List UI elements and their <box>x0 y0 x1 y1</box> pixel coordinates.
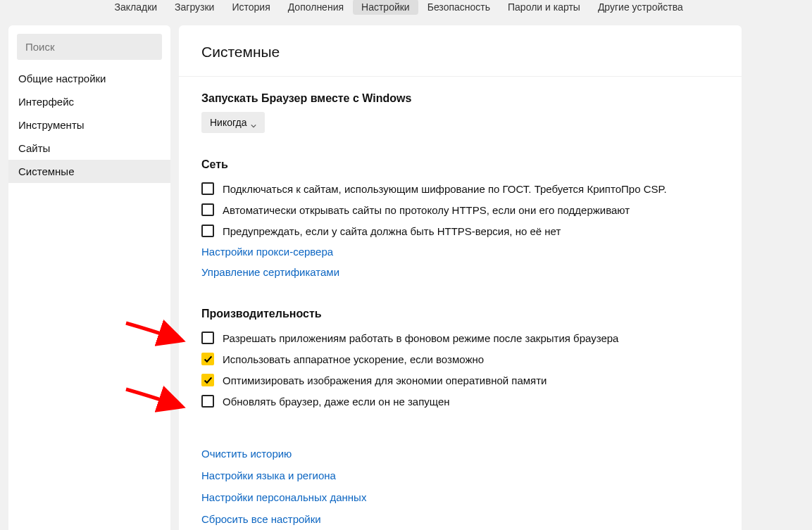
checkbox-label: Автоматически открывать сайты по протоко… <box>223 204 630 216</box>
link-lang-region[interactable]: Настройки языка и региона <box>201 465 336 486</box>
checkbox-label: Разрешать приложениям работать в фоновом… <box>223 332 618 344</box>
check-row: Подключаться к сайтам, использующим шифр… <box>201 178 719 199</box>
performance-section: Производительность Разрешать приложениям… <box>201 308 719 412</box>
link-certs[interactable]: Управление сертификатами <box>201 262 339 282</box>
network-section: Сеть Подключаться к сайтам, использующим… <box>201 158 719 282</box>
sidebar-item-system[interactable]: Системные <box>8 160 170 183</box>
performance-heading: Производительность <box>201 308 719 320</box>
check-row: Обновлять браузер, даже если он не запущ… <box>201 391 719 412</box>
checkbox-optimize-images[interactable] <box>201 374 214 386</box>
sidebar-item-sites[interactable]: Сайты <box>8 137 170 160</box>
checkbox-label: Оптимизировать изображения для экономии … <box>223 374 546 386</box>
checkbox-update-closed[interactable] <box>201 395 214 408</box>
top-tab-settings[interactable]: Настройки <box>353 0 419 15</box>
link-clear-history[interactable]: Очистить историю <box>201 443 292 465</box>
checkbox-label: Подключаться к сайтам, использующим шифр… <box>223 183 667 195</box>
startup-dropdown-value: Никогда <box>210 117 246 128</box>
checkbox-hw-accel[interactable] <box>201 353 214 365</box>
footer-links: Очистить историю Настройки языка и регио… <box>201 443 719 530</box>
top-tab-passwords[interactable]: Пароли и карты <box>499 0 589 15</box>
layout: Общие настройки Интерфейс Инструменты Са… <box>0 20 750 530</box>
top-tab-bookmarks[interactable]: Закладки <box>106 0 166 15</box>
checkbox-label: Обновлять браузер, даже если он не запущ… <box>223 396 450 408</box>
top-tabs: Закладки Загрузки История Дополнения Нас… <box>106 0 770 20</box>
link-personal-data[interactable]: Настройки персональных данных <box>201 486 366 508</box>
check-row: Разрешать приложениям работать в фоновом… <box>201 327 719 348</box>
checkbox-https-auto[interactable] <box>201 203 214 216</box>
network-heading: Сеть <box>201 158 719 171</box>
top-tab-security[interactable]: Безопасность <box>418 0 499 15</box>
top-tab-history[interactable]: История <box>223 0 279 15</box>
sidebar-item-tools[interactable]: Инструменты <box>8 113 170 137</box>
top-tab-devices[interactable]: Другие устройства <box>589 0 692 15</box>
link-reset-all[interactable]: Сбросить все настройки <box>201 508 321 530</box>
check-row: Автоматически открывать сайты по протоко… <box>201 199 719 220</box>
checkbox-label: Предупреждать, если у сайта должна быть … <box>223 225 561 237</box>
startup-dropdown[interactable]: Никогда <box>201 112 265 133</box>
main-panel: Системные Запускать Браузер вместе с Win… <box>179 25 742 530</box>
check-row: Оптимизировать изображения для экономии … <box>201 370 719 391</box>
sidebar-item-general[interactable]: Общие настройки <box>8 67 170 90</box>
check-row: Предупреждать, если у сайта должна быть … <box>201 220 719 241</box>
check-row: Использовать аппаратное ускорение, если … <box>201 348 719 370</box>
startup-heading: Запускать Браузер вместе с Windows <box>201 92 719 105</box>
sidebar-item-interface[interactable]: Интерфейс <box>8 90 170 113</box>
search-input[interactable] <box>17 34 162 60</box>
sidebar: Общие настройки Интерфейс Инструменты Са… <box>8 25 170 530</box>
page-title: Системные <box>201 44 719 61</box>
top-tab-addons[interactable]: Дополнения <box>279 0 352 15</box>
link-proxy[interactable]: Настройки прокси-сервера <box>201 241 333 262</box>
divider <box>179 76 742 77</box>
search-box <box>17 34 162 60</box>
chevron-down-icon <box>251 120 256 125</box>
top-tab-downloads[interactable]: Загрузки <box>166 0 223 15</box>
checkbox-https-warn[interactable] <box>201 225 214 237</box>
checkbox-label: Использовать аппаратное ускорение, если … <box>223 353 484 365</box>
checkbox-gost[interactable] <box>201 182 214 195</box>
checkbox-background-apps[interactable] <box>201 332 214 344</box>
